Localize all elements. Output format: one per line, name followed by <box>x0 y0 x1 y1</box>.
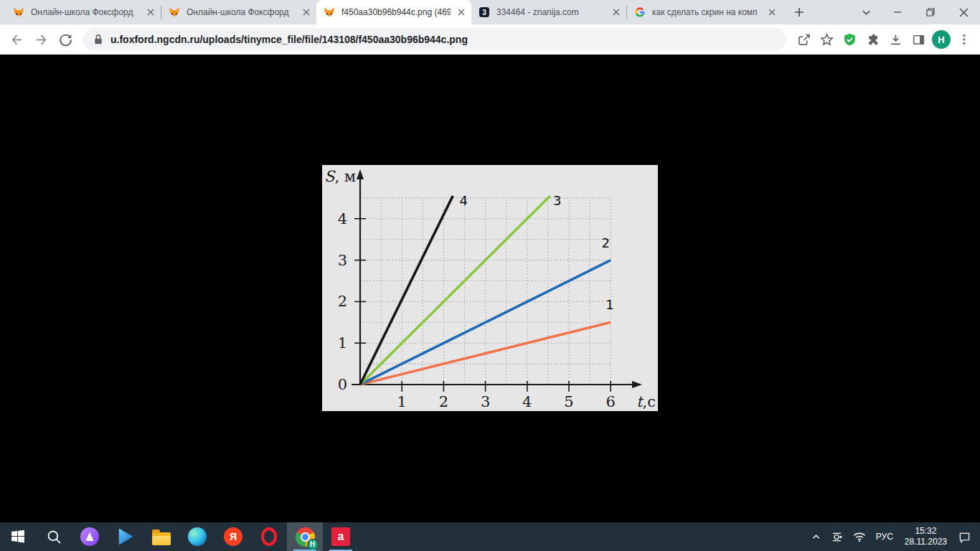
amd-radeon-button[interactable]: a <box>323 522 359 551</box>
taskbar-items: ЯHa <box>0 522 359 551</box>
notification-icon <box>958 531 971 543</box>
lock-icon <box>93 34 103 45</box>
tray-cast-button[interactable] <box>826 522 848 551</box>
cast-device-icon <box>831 532 843 542</box>
tab-close-button[interactable] <box>300 6 312 19</box>
tray-network-button[interactable] <box>848 522 871 551</box>
back-button[interactable] <box>4 27 29 52</box>
edge-icon <box>188 527 207 546</box>
svg-text:3: 3 <box>553 193 561 208</box>
tab-search-button[interactable] <box>851 0 881 24</box>
url-text[interactable]: u.foxford.ngcdn.ru/uploads/tinymce_file/… <box>110 34 468 45</box>
browser-toolbar: u.foxford.ngcdn.ru/uploads/tinymce_file/… <box>0 24 980 55</box>
tab-3-active[interactable]: f450aa30b96b944c.png (469 <box>316 0 471 24</box>
opera-button[interactable] <box>251 522 287 551</box>
foxford-fox-icon <box>324 6 335 18</box>
file-explorer-button[interactable] <box>143 522 179 551</box>
alice-icon <box>80 527 99 546</box>
svg-text:4: 4 <box>338 210 347 227</box>
tray-clock[interactable]: 15:32 28.11.2023 <box>898 522 953 551</box>
yandex-icon: Я <box>224 527 242 546</box>
svg-text:6: 6 <box>606 393 616 410</box>
tab-title: 334464 - znanija.com <box>496 7 606 17</box>
bookmark-button[interactable] <box>815 28 838 51</box>
tab-title: f450aa30b96b944c.png (469 <box>341 7 451 17</box>
side-panel-icon <box>912 33 925 47</box>
restore-icon <box>926 8 935 17</box>
close-icon <box>959 8 969 17</box>
media-player-button[interactable] <box>108 522 143 551</box>
share-button[interactable] <box>792 28 815 51</box>
star-icon <box>820 33 834 47</box>
side-panel-button[interactable] <box>907 28 930 51</box>
svg-text:5: 5 <box>564 393 573 410</box>
forward-button[interactable] <box>29 27 53 52</box>
edge-button[interactable] <box>179 522 215 551</box>
chevron-down-icon <box>862 8 871 17</box>
taskbar: ЯHa РУС 15:32 28.11.2023 <box>0 522 980 551</box>
yandex-browser-button[interactable]: Я <box>215 522 251 551</box>
svg-text:2: 2 <box>439 393 448 410</box>
address-bar[interactable]: u.foxford.ngcdn.ru/uploads/tinymce_file/… <box>83 28 786 51</box>
svg-text:3: 3 <box>338 252 347 269</box>
chevron-up-icon <box>811 532 821 542</box>
svg-text:2: 2 <box>338 293 347 310</box>
svg-text:4: 4 <box>522 393 532 410</box>
start-button[interactable] <box>0 522 36 551</box>
svg-text:2: 2 <box>601 235 609 250</box>
tab-4[interactable]: 3334464 - znanija.com <box>471 0 626 24</box>
tray-language-indicator[interactable]: РУС <box>871 522 898 551</box>
tab-title: как сделать скрин на комп <box>652 7 761 17</box>
download-icon <box>889 33 903 47</box>
window-controls <box>851 0 980 24</box>
search-button[interactable] <box>36 522 72 551</box>
wifi-icon <box>853 532 866 542</box>
chrome-button[interactable]: H <box>287 522 323 551</box>
foxford-fox-icon <box>169 6 180 18</box>
downloads-button[interactable] <box>884 28 907 51</box>
play-icon <box>118 528 133 545</box>
tabs-container: Онлайн-школа ФоксфордОнлайн-школа Фоксфо… <box>6 0 782 24</box>
tab-close-button[interactable] <box>610 6 622 19</box>
tab-5[interactable]: как сделать скрин на комп <box>627 0 782 24</box>
back-arrow-icon <box>10 33 24 47</box>
maximize-button[interactable] <box>914 0 947 24</box>
yandex-alice-button[interactable] <box>72 522 108 551</box>
puzzle-icon <box>866 33 880 47</box>
tab-close-button[interactable] <box>765 6 778 19</box>
notification-center-button[interactable] <box>953 522 976 551</box>
kebab-menu-icon <box>958 33 971 46</box>
svg-text:1: 1 <box>338 334 347 352</box>
close-icon <box>768 8 776 17</box>
profile-avatar[interactable]: H <box>932 30 951 49</box>
tab-1[interactable]: Онлайн-школа Фоксфорд <box>6 0 161 24</box>
new-tab-button[interactable] <box>789 2 809 22</box>
adguard-extension-button[interactable] <box>838 28 861 51</box>
forward-arrow-icon <box>34 33 48 47</box>
reload-icon <box>59 33 72 47</box>
svg-text:3: 3 <box>481 393 490 410</box>
svg-text:0: 0 <box>338 376 347 393</box>
tab-2[interactable]: Онлайн-школа Фоксфорд <box>161 0 316 24</box>
plus-icon <box>794 7 804 17</box>
windows-logo-icon <box>11 529 25 544</box>
browser-menu-button[interactable] <box>953 28 976 51</box>
svg-text:4: 4 <box>460 193 468 208</box>
chrome-icon: H <box>296 527 315 547</box>
tray-expand-button[interactable] <box>806 522 826 551</box>
share-icon <box>797 33 811 47</box>
amd-icon: a <box>331 527 350 546</box>
svg-text:t,с: t,с <box>636 393 656 410</box>
svg-text:1: 1 <box>606 297 613 312</box>
tab-title: Онлайн-школа Фоксфорд <box>31 7 140 17</box>
figure-chart: 123456012341234S, мt,с <box>322 165 658 411</box>
minimize-button[interactable] <box>881 0 914 24</box>
tab-close-button[interactable] <box>455 6 467 19</box>
close-icon <box>457 8 466 17</box>
tab-close-button[interactable] <box>144 6 156 19</box>
close-window-button[interactable] <box>947 0 980 24</box>
system-tray: РУС 15:32 28.11.2023 <box>806 522 980 551</box>
foxford-fox-icon <box>13 6 24 18</box>
reload-button[interactable] <box>53 27 77 52</box>
extensions-button[interactable] <box>861 28 884 51</box>
